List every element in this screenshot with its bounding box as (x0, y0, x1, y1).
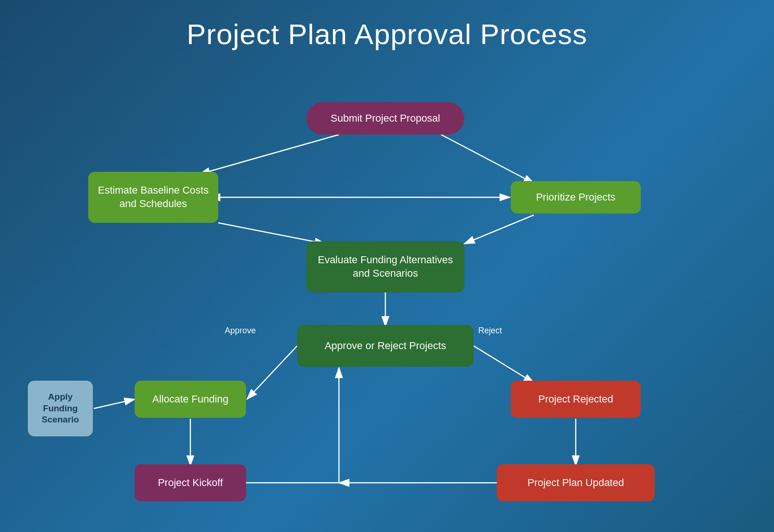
node-apply-funding: Apply Funding Scenario (28, 381, 93, 436)
node-rejected: Project Rejected (511, 381, 641, 418)
approve-label: Approve (225, 326, 256, 335)
svg-line-8 (247, 346, 297, 399)
node-plan-updated: Project Plan Updated (497, 464, 655, 501)
node-evaluate: Evaluate Funding Alternatives and Scenar… (306, 241, 464, 292)
reject-label: Reject (478, 326, 502, 335)
arrows-svg: Approve Reject (0, 74, 774, 532)
node-project-kickoff: Project Kickoff (135, 464, 246, 501)
svg-line-3 (441, 135, 534, 183)
node-prioritize: Prioritize Projects (511, 181, 641, 214)
diagram-area: Approve Reject Submit Project Proposal E… (0, 74, 774, 532)
node-submit: Submit Project Proposal (306, 102, 464, 135)
node-estimate: Estimate Baseline Costs and Schedules (88, 172, 218, 223)
node-approve-reject: Approve or Reject Projects (297, 325, 474, 367)
node-allocate: Allocate Funding (135, 381, 246, 418)
svg-line-5 (218, 223, 325, 244)
svg-line-6 (464, 215, 534, 244)
svg-line-2 (200, 135, 339, 174)
svg-line-11 (474, 346, 534, 383)
svg-line-9 (94, 399, 135, 409)
page-title: Project Plan Approval Process (0, 0, 774, 51)
